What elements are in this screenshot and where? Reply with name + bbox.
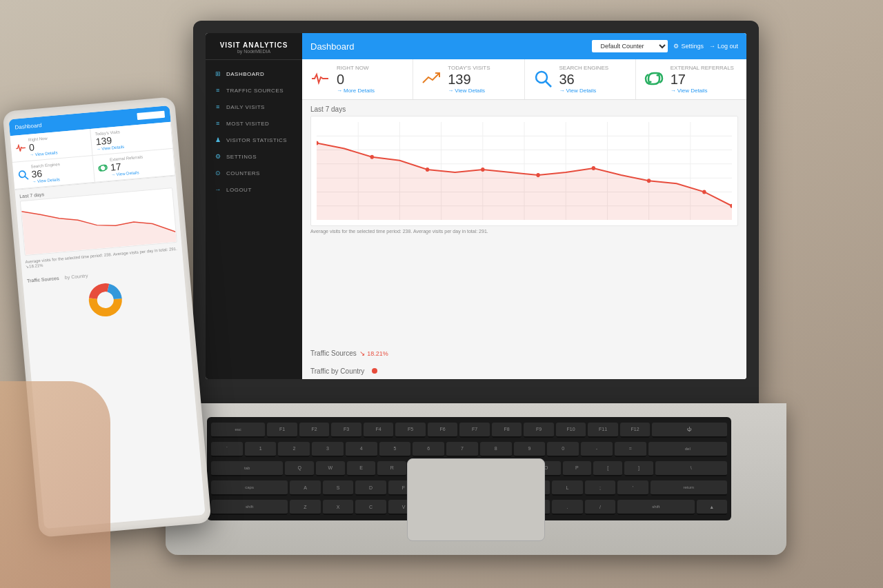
person-hand bbox=[0, 381, 110, 588]
key-3: 3 bbox=[312, 442, 344, 457]
key-4: 4 bbox=[346, 442, 377, 457]
key-return: return bbox=[651, 480, 727, 496]
key-shift-right: shift bbox=[617, 500, 694, 515]
key-1: 1 bbox=[245, 442, 277, 457]
key-f1: F1 bbox=[267, 423, 297, 438]
sidebar-item-label: Traffic Sources bbox=[226, 88, 284, 94]
sidebar-item-counters[interactable]: ⊙ Counters bbox=[206, 165, 302, 181]
stat-card-todays-visits: Today's Visits 139 → View Details bbox=[413, 59, 524, 99]
svg-point-0 bbox=[536, 72, 547, 83]
key-w: W bbox=[316, 461, 345, 476]
sidebar-item-label: Daily Visits bbox=[226, 104, 265, 110]
key-s: S bbox=[323, 480, 354, 496]
link-icon bbox=[643, 68, 665, 90]
key-f5: F5 bbox=[395, 423, 426, 438]
logout-button[interactable]: → Log out bbox=[709, 43, 738, 50]
key-f4: F4 bbox=[364, 423, 394, 438]
sidebar-item-logout[interactable]: → Logout bbox=[206, 181, 302, 198]
stat-link-todays-visits[interactable]: → View Details bbox=[448, 88, 517, 94]
sidebar-item-daily-visits[interactable]: ≡ Daily Visits bbox=[206, 99, 302, 115]
stat-value: 139 bbox=[448, 71, 517, 88]
stat-link-right-now[interactable]: → More Details bbox=[337, 88, 406, 94]
arrow-icon: → bbox=[337, 88, 342, 94]
sidebar-item-most-visited[interactable]: ≡ Most Visited bbox=[206, 115, 302, 132]
sidebar-item-label: Settings bbox=[226, 154, 257, 160]
stat-label: Right Now bbox=[337, 65, 406, 71]
laptop-keyboard-base: esc F1 F2 F3 F4 F5 F6 F7 F8 F9 F10 F11 F… bbox=[166, 403, 786, 555]
gear-icon: ⚙ bbox=[673, 43, 679, 50]
key-shift-left: shift bbox=[211, 500, 288, 515]
tablet-search-icon bbox=[17, 169, 29, 181]
top-bar: Dashboard Default Counter Counter 2 ⚙ Se… bbox=[302, 33, 746, 59]
stats-row: Right Now 0 → More Details bbox=[302, 59, 746, 100]
key-f7: F7 bbox=[459, 423, 490, 438]
stat-card-search-engines: Search Engines 36 → View Details bbox=[525, 59, 636, 99]
stat-label: Search Engines bbox=[559, 65, 628, 71]
tablet-pulse-icon bbox=[15, 143, 27, 152]
svg-marker-29 bbox=[21, 199, 177, 255]
settings-button[interactable]: ⚙ Settings bbox=[673, 43, 704, 50]
search-icon bbox=[532, 68, 554, 90]
chart-svg bbox=[317, 122, 732, 220]
key-escape: esc bbox=[211, 423, 265, 438]
sidebar-item-dashboard[interactable]: ⊞ Dashboard bbox=[206, 65, 302, 82]
key-0: 0 bbox=[547, 442, 579, 457]
key-f2: F2 bbox=[299, 423, 330, 438]
arrow-icon: → bbox=[448, 88, 453, 94]
counter-select[interactable]: Default Counter Counter 2 bbox=[592, 40, 668, 52]
stat-info-search-engines: Search Engines 36 → View Details bbox=[559, 65, 628, 94]
trackpad[interactable] bbox=[407, 458, 545, 541]
sidebar-item-traffic-sources[interactable]: ≡ Traffic Sources bbox=[206, 82, 302, 99]
settings-icon: ⚙ bbox=[214, 152, 222, 161]
traffic-title: Traffic Sources bbox=[310, 349, 357, 357]
tablet-chart-svg bbox=[21, 188, 177, 255]
key-f9: F9 bbox=[524, 423, 554, 438]
laptop: VISIT ANALYTICS by NodeMEDIA ⊞ Dashboard… bbox=[193, 21, 814, 558]
visitor-icon: ♟ bbox=[214, 136, 222, 144]
chart-title: Last 7 days bbox=[310, 105, 738, 113]
tablet-link-icon bbox=[98, 163, 108, 173]
key-quote: ' bbox=[617, 480, 648, 496]
stat-info-right-now: Right Now 0 → More Details bbox=[337, 65, 406, 94]
laptop-screen: VISIT ANALYTICS by NodeMEDIA ⊞ Dashboard… bbox=[206, 33, 746, 379]
tablet-donut-chart bbox=[87, 281, 124, 318]
tablet-traffic-title: Traffic Sources bbox=[27, 276, 59, 283]
traffic-section: Traffic Sources ↘ 18.21% bbox=[302, 343, 746, 361]
svg-point-19 bbox=[370, 155, 374, 159]
page-title: Dashboard bbox=[310, 41, 355, 52]
sidebar-brand: VISIT ANALYTICS by NodeMEDIA bbox=[206, 33, 302, 60]
chart-container bbox=[310, 116, 738, 226]
trending-up-icon bbox=[420, 68, 442, 90]
key-f6: F6 bbox=[428, 423, 458, 438]
brand-sub: by NodeMEDIA bbox=[212, 49, 295, 54]
key-6: 6 bbox=[413, 442, 444, 457]
key-l: L bbox=[552, 480, 583, 496]
logout-arrow-icon: → bbox=[709, 43, 715, 50]
key-r: R bbox=[377, 461, 406, 476]
svg-point-21 bbox=[481, 168, 484, 172]
country-title: Traffic by Country bbox=[310, 367, 364, 375]
key-9: 9 bbox=[514, 442, 546, 457]
svg-line-28 bbox=[25, 176, 28, 179]
chart-section: Last 7 days bbox=[302, 100, 746, 343]
key-tab: tab bbox=[211, 461, 283, 476]
key-5: 5 bbox=[379, 442, 411, 457]
key-q: Q bbox=[285, 461, 314, 476]
stat-link-external-referrals[interactable]: → View Details bbox=[671, 88, 740, 94]
stat-label: Today's Visits bbox=[448, 65, 517, 71]
sidebar-item-label: Dashboard bbox=[226, 71, 264, 77]
stat-link-search-engines[interactable]: → View Details bbox=[559, 88, 628, 94]
key-delete: del bbox=[648, 442, 727, 457]
tablet-search-info: Search Engines 36 → View Details bbox=[30, 162, 61, 184]
sidebar-nav: ⊞ Dashboard ≡ Traffic Sources ≡ Daily Vi… bbox=[206, 60, 302, 379]
tablet-chart-container bbox=[20, 187, 177, 256]
sidebar-item-settings[interactable]: ⚙ Settings bbox=[206, 148, 302, 165]
sidebar-item-label: Visitor Statistics bbox=[226, 137, 287, 143]
counters-icon: ⊙ bbox=[214, 169, 222, 177]
sidebar-item-visitor-stats[interactable]: ♟ Visitor Statistics bbox=[206, 132, 302, 148]
laptop-bezel: VISIT ANALYTICS by NodeMEDIA ⊞ Dashboard… bbox=[193, 21, 759, 407]
key-power: ⏻ bbox=[652, 423, 727, 438]
svg-line-1 bbox=[546, 81, 551, 87]
key-p: P bbox=[563, 461, 592, 476]
key-equals: = bbox=[615, 442, 646, 457]
